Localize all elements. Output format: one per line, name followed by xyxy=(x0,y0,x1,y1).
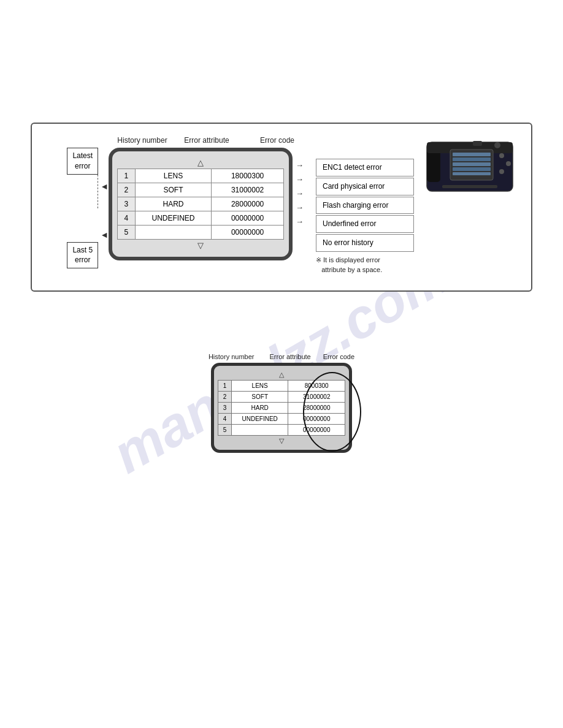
svg-rect-6 xyxy=(453,153,491,156)
arrow-right-1: → xyxy=(296,161,304,169)
bottom-code-5: 00000000 xyxy=(288,424,345,435)
bottom-screen-table: 1 LENS 8000300 2 SOFT 31000002 3 HARD 28… xyxy=(218,380,345,436)
bottom-attr-1: LENS xyxy=(231,380,288,391)
right-error-labels: ENC1 detect error Card physical error Fl… xyxy=(316,159,414,275)
screen-code-2: 31000002 xyxy=(212,183,284,197)
label-error-attribute: Error attribute xyxy=(176,136,237,145)
bottom-num-1: 1 xyxy=(218,380,232,391)
last5-error-line1: Last 5 xyxy=(72,246,93,254)
screen-num-4: 4 xyxy=(118,211,136,226)
bottom-up-arrow: △ xyxy=(218,370,345,380)
camera-image xyxy=(421,130,519,197)
bottom-row-4: 4 UNDEFINED 00000000 xyxy=(218,413,345,424)
arrow-right-5: → xyxy=(296,218,304,226)
screen-down-arrow: ▽ xyxy=(117,240,284,252)
page-content: History number Error attribute Error cod… xyxy=(0,0,563,465)
bottom-row-3: 3 HARD 28000000 xyxy=(218,402,345,413)
error-label-5: No error history xyxy=(316,234,414,252)
arrow-right-4: → xyxy=(296,203,304,211)
bottom-code-1: 8000300 xyxy=(288,380,345,391)
dashed-connector xyxy=(98,175,98,208)
svg-rect-7 xyxy=(453,157,491,161)
svg-point-3 xyxy=(494,142,500,148)
bottom-attr-5 xyxy=(231,424,288,435)
svg-point-11 xyxy=(499,153,504,158)
svg-rect-10 xyxy=(453,172,491,175)
bottom-num-2: 2 xyxy=(218,391,232,402)
error-label-1: ENC1 detect error xyxy=(316,159,414,176)
bottom-down-arrow: ▽ xyxy=(218,436,345,446)
bottom-code-2: 31000002 xyxy=(288,391,345,402)
screen-code-5: 00000000 xyxy=(212,226,284,240)
bottom-attr-2: SOFT xyxy=(231,391,288,402)
screen-num-5: 5 xyxy=(118,226,136,240)
screen-code-1: 18000300 xyxy=(212,169,284,183)
error-label-3: Flash charging error xyxy=(316,197,414,214)
screen-row-3: 3 HARD 28000000 xyxy=(118,197,284,211)
screen-row-5: 5 00000000 xyxy=(118,226,284,240)
error-label-4: Underfined error xyxy=(316,215,414,233)
bottom-label-code: Error code xyxy=(323,353,354,360)
bottom-section: History number Error attribute Error cod… xyxy=(18,353,545,453)
bottom-num-3: 3 xyxy=(218,402,232,413)
svg-point-13 xyxy=(499,169,504,174)
screen-table: 1 LENS 18000300 2 SOFT 31000002 3 HARD 2… xyxy=(117,169,284,240)
screen-attr-3: HARD xyxy=(135,197,211,211)
left-labels-section: Latest error Last 5 error ◄ xyxy=(47,148,109,268)
screen-attr-4: UNDEFINED xyxy=(135,211,211,226)
screen-code-3: 28000000 xyxy=(212,197,284,211)
arrow-right-2: → xyxy=(296,175,304,183)
screen-attr-2: SOFT xyxy=(135,183,211,197)
latest-error-line1: Latest xyxy=(72,151,93,160)
bottom-screen-display: △ 1 LENS 8000300 2 SOFT 31000002 3 HARD … xyxy=(211,363,352,453)
svg-rect-14 xyxy=(442,185,497,188)
bottom-num-4: 4 xyxy=(218,413,232,424)
svg-point-12 xyxy=(506,161,511,166)
bottom-label-history: History number xyxy=(209,353,255,360)
screen-num-1: 1 xyxy=(118,169,136,183)
error-label-2: Card physical error xyxy=(316,178,414,195)
latest-error-line2: error xyxy=(75,162,90,170)
connector-arrows: → → → → → xyxy=(296,161,304,232)
screen-attr-1: LENS xyxy=(135,169,211,183)
svg-rect-4 xyxy=(473,141,482,146)
bottom-label-attribute: Error attribute xyxy=(269,353,310,360)
screen-row-4: 4 UNDEFINED 00000000 xyxy=(118,211,284,226)
screen-up-arrow: △ xyxy=(117,156,284,169)
arrow-right-3: → xyxy=(296,189,304,197)
last5-error-line2: error xyxy=(75,256,90,264)
screen-attr-5 xyxy=(135,226,211,240)
svg-rect-9 xyxy=(453,167,491,171)
label-error-code: Error code xyxy=(247,136,308,145)
bottom-attr-4: UNDEFINED xyxy=(231,413,288,424)
screen-num-2: 2 xyxy=(118,183,136,197)
bottom-attr-3: HARD xyxy=(231,402,288,413)
screen-num-3: 3 xyxy=(118,197,136,211)
last5-error-box: Last 5 error xyxy=(67,242,98,269)
bottom-diagram-wrapper: △ 1 LENS 8000300 2 SOFT 31000002 3 HARD … xyxy=(211,363,352,453)
screen-display: △ 1 LENS 18000300 2 SOFT 31000002 3 HARD… xyxy=(109,148,293,260)
bottom-code-3: 28000000 xyxy=(288,402,345,413)
error-note: ※ It is displayed error attribute by a s… xyxy=(316,255,414,275)
latest-error-box: Latest error xyxy=(67,148,98,175)
bottom-num-5: 5 xyxy=(218,424,232,435)
main-diagram-box: History number Error attribute Error cod… xyxy=(31,123,532,292)
screen-row-1: 1 LENS 18000300 xyxy=(118,169,284,183)
bottom-row-5: 5 00000000 xyxy=(218,424,345,435)
screen-code-4: 00000000 xyxy=(212,211,284,226)
bottom-row-2: 2 SOFT 31000002 xyxy=(218,391,345,402)
svg-rect-1 xyxy=(427,148,440,182)
bottom-row-1: 1 LENS 8000300 xyxy=(218,380,345,391)
bottom-code-4: 00000000 xyxy=(288,413,345,424)
svg-rect-8 xyxy=(453,162,491,166)
screen-row-2: 2 SOFT 31000002 xyxy=(118,183,284,197)
label-history-number: History number xyxy=(115,136,170,145)
